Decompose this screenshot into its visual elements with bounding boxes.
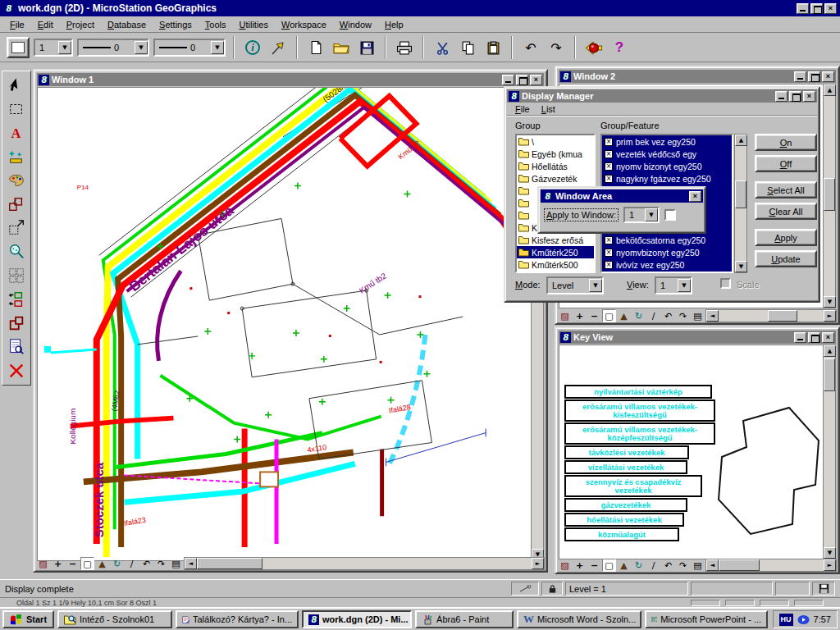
scroll-up-icon[interactable]: ▲ xyxy=(735,135,747,146)
maximize-button[interactable] xyxy=(789,91,801,102)
lock-cell[interactable] xyxy=(541,582,563,596)
color-palette-tool[interactable] xyxy=(4,169,29,192)
key-view-vertical-scrollbar[interactable]: ▲ ▼ xyxy=(823,345,836,559)
scrollbar-thumb[interactable] xyxy=(197,558,262,569)
close-button[interactable]: × xyxy=(689,191,701,202)
scroll-left-icon[interactable]: ◄ xyxy=(706,559,719,571)
zoom-out-button[interactable]: − xyxy=(66,557,80,570)
help-button[interactable]: ? xyxy=(609,37,630,58)
window-1-horizontal-scrollbar[interactable]: ◄ ► xyxy=(184,557,545,570)
dm-menu-list[interactable]: List xyxy=(536,104,560,114)
maximize-button[interactable] xyxy=(808,332,820,343)
fit-view-button[interactable]: ▲ xyxy=(617,559,631,572)
feature-item[interactable]: ×bekötőcsatorna egy250 xyxy=(602,234,732,246)
new-file-button[interactable] xyxy=(305,37,326,58)
fit-view-button[interactable]: ▲ xyxy=(617,309,631,322)
group-item-selected[interactable]: Kműtérk250 xyxy=(517,246,594,258)
key-view-title-bar[interactable]: 8 Key View × xyxy=(559,331,836,344)
minimize-button[interactable] xyxy=(797,3,809,14)
text-tool[interactable]: A xyxy=(4,121,29,144)
update-view-button[interactable]: ▨ xyxy=(558,559,572,572)
close-button[interactable]: × xyxy=(824,3,837,14)
menu-settings[interactable]: Settings xyxy=(153,18,199,31)
update-button[interactable]: Update xyxy=(755,250,817,267)
start-button[interactable]: Start xyxy=(2,610,54,628)
menu-help[interactable]: Help xyxy=(378,18,410,31)
scale-element-tool[interactable] xyxy=(4,217,29,240)
scroll-left-icon[interactable]: ◄ xyxy=(185,558,197,569)
apply-button[interactable]: Apply xyxy=(755,229,817,246)
scroll-down-icon[interactable]: ▼ xyxy=(824,547,836,559)
update-view-button[interactable]: ▨ xyxy=(36,557,50,570)
task-talalkozo[interactable]: Találkozó? Kártya? - In... xyxy=(176,610,299,628)
view-previous-button[interactable]: ↶ xyxy=(139,557,153,570)
copy-button[interactable] xyxy=(457,37,478,58)
fit-view-button[interactable]: ▲ xyxy=(95,557,109,570)
dm-menu-file[interactable]: File xyxy=(510,104,535,114)
key-view-horizontal-scrollbar[interactable]: ◄ ► xyxy=(705,559,837,572)
zoom-tool[interactable] xyxy=(4,240,29,263)
fence-tool[interactable] xyxy=(4,98,29,121)
active-level-combo[interactable]: 1▼ xyxy=(34,39,73,57)
review-attributes-tool[interactable] xyxy=(4,336,29,358)
rotate-view-button[interactable]: ↻ xyxy=(632,309,646,322)
close-button[interactable]: × xyxy=(530,75,542,85)
scroll-left-icon[interactable]: ◄ xyxy=(706,310,719,322)
scroll-right-icon[interactable]: ► xyxy=(824,559,836,571)
scale-checkbox[interactable] xyxy=(720,278,731,289)
minimize-button[interactable] xyxy=(775,91,788,102)
scroll-down-icon[interactable]: ▼ xyxy=(735,261,747,272)
group-item[interactable]: \ xyxy=(517,135,594,148)
copy-element-tool[interactable] xyxy=(4,193,29,216)
window-2-horizontal-scrollbar[interactable]: ◄ ► xyxy=(705,309,837,322)
checkbox-checked-icon[interactable]: × xyxy=(605,249,613,257)
redo-button[interactable]: ↷ xyxy=(546,37,567,58)
chevron-down-icon[interactable]: ▼ xyxy=(678,279,691,292)
scrollbar-thumb[interactable] xyxy=(824,358,835,391)
pan-view-button[interactable]: ∕ xyxy=(646,309,660,322)
feature-item[interactable]: ×nyomvbizonyt egy250 xyxy=(602,246,732,258)
feature-item[interactable]: ×nagykny fgázvez egy250 xyxy=(602,172,732,185)
view-previous-button[interactable]: ↶ xyxy=(661,559,675,572)
app-title-bar[interactable]: 8 work.dgn (2D) - MicroStation GeoGraphi… xyxy=(0,0,840,16)
view-menu-button[interactable]: ▤ xyxy=(691,309,705,322)
zoom-in-button[interactable]: + xyxy=(573,309,587,322)
zoom-out-button[interactable]: − xyxy=(587,309,601,322)
line-style-combo[interactable]: 0▼ xyxy=(77,39,149,57)
on-button[interactable]: On xyxy=(755,134,817,151)
menu-project[interactable]: Project xyxy=(60,18,101,31)
groups-tool[interactable] xyxy=(4,312,29,335)
paste-button[interactable] xyxy=(482,37,504,58)
chevron-down-icon[interactable]: ▼ xyxy=(645,208,658,221)
rotate-view-button[interactable]: ↻ xyxy=(632,559,646,572)
apply-to-window-combo[interactable]: 1▼ xyxy=(623,207,660,223)
menu-edit[interactable]: Edit xyxy=(31,18,60,31)
select-all-button[interactable]: Select All xyxy=(755,181,817,199)
minimize-button[interactable] xyxy=(794,332,806,343)
cells-tool[interactable] xyxy=(4,264,29,287)
view-menu-button[interactable]: ▤ xyxy=(169,557,183,570)
feature-item[interactable]: ×prim bek vez egy250 xyxy=(602,135,732,148)
window-1-title-bar[interactable]: 8 Window 1 × xyxy=(37,73,544,86)
scrollbar-thumb[interactable] xyxy=(824,178,835,211)
pan-view-button[interactable]: ∕ xyxy=(125,557,139,570)
maximize-button[interactable] xyxy=(810,3,823,14)
chevron-down-icon[interactable]: ▼ xyxy=(58,41,71,54)
points-tool[interactable] xyxy=(4,145,29,168)
view-combo[interactable]: 1▼ xyxy=(655,276,692,294)
task-paint[interactable]: Ábra6 - Paint xyxy=(415,610,514,628)
checkbox-checked-icon[interactable]: × xyxy=(605,236,613,244)
scrollbar-thumb[interactable] xyxy=(735,180,746,208)
active-level-cell[interactable]: Level = 1 xyxy=(565,582,688,596)
window-area-button[interactable]: ▢ xyxy=(602,309,616,322)
checkbox-checked-icon[interactable]: × xyxy=(605,162,613,171)
display-manager-title-bar[interactable]: 8 Display Manager × xyxy=(507,89,817,103)
chevron-down-icon[interactable]: ▼ xyxy=(211,41,224,54)
scroll-down-icon[interactable]: ▼ xyxy=(824,296,836,308)
close-button[interactable]: × xyxy=(822,71,834,82)
menu-workspace[interactable]: Workspace xyxy=(275,18,333,31)
element-selection-tool[interactable] xyxy=(4,74,29,97)
language-indicator[interactable]: HU xyxy=(779,614,793,626)
zoom-in-button[interactable]: + xyxy=(51,557,65,570)
scroll-up-icon[interactable]: ▲ xyxy=(824,84,836,96)
